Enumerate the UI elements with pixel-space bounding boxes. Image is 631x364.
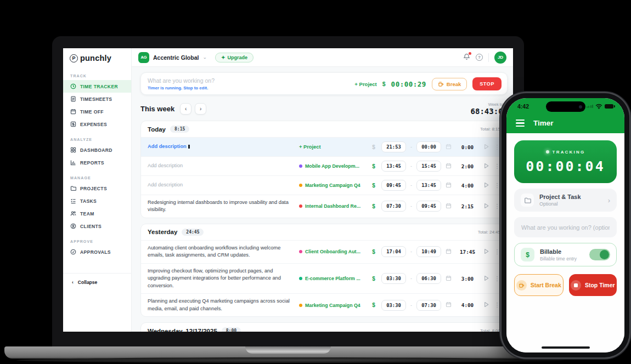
billable-icon[interactable]: $	[370, 276, 377, 282]
billable-icon[interactable]: $	[370, 203, 377, 209]
end-time-input[interactable]: 15:45	[416, 161, 441, 172]
entry-project[interactable]: Marketing Campaign Q4	[299, 183, 366, 188]
entry-description[interactable]: Improving checkout flow, optimizing prod…	[148, 268, 295, 289]
row-menu-button[interactable]: ⋮	[494, 144, 500, 151]
entry-description[interactable]: Redesigning internal dashboards to impro…	[148, 199, 295, 214]
play-button[interactable]	[483, 203, 489, 210]
sidebar-item-team[interactable]: TEAM	[63, 207, 131, 220]
help-button[interactable]: ?	[476, 54, 483, 61]
end-time-input[interactable]: 09:45	[416, 201, 441, 212]
play-button[interactable]	[483, 163, 489, 170]
timer-description-input[interactable]	[148, 77, 349, 84]
project-name: Mobile App Developm...	[305, 163, 359, 169]
user-avatar[interactable]: JD	[494, 52, 506, 64]
row-menu-button[interactable]: ⋮	[494, 203, 500, 210]
logo[interactable]: P punchly	[63, 48, 131, 67]
calendar-button[interactable]	[446, 248, 452, 255]
grid-icon	[70, 147, 76, 153]
sidebar-item-clients[interactable]: CLIENTS	[63, 220, 131, 232]
sidebar-item-expenses[interactable]: EXPENSES	[63, 118, 131, 130]
entry-project[interactable]: Internal Dashboard Re...	[299, 203, 366, 209]
timer-elapsed: 00:00:29	[391, 80, 426, 88]
stop-icon	[571, 280, 581, 291]
entry-description[interactable]: Add description	[148, 181, 295, 189]
sidebar-item-reports[interactable]: REPORTS	[63, 156, 131, 169]
entry-project[interactable]: Mobile App Developm...	[299, 163, 366, 169]
billable-toggle[interactable]: $	[382, 81, 386, 87]
entry-description[interactable]: Planning and executing Q4 marketing camp…	[148, 298, 295, 312]
time-entry-row[interactable]: Add description Mobile App Developm... $…	[141, 156, 507, 175]
calendar-button[interactable]	[446, 144, 452, 151]
time-entry-row[interactable]: Planning and executing Q4 marketing camp…	[141, 293, 507, 316]
row-menu-button[interactable]: ⋮	[494, 275, 500, 282]
sidebar-item-approvals[interactable]: APPROVALS	[63, 246, 131, 258]
end-time-input[interactable]: 06:30	[416, 273, 441, 284]
sidebar-item-timesheets[interactable]: TIMESHEETS	[63, 93, 131, 105]
chevron-down-icon[interactable]: ⌄	[202, 55, 207, 60]
entry-project[interactable]: Client Onboarding Aut...	[299, 249, 366, 254]
sidebar-collapse-button[interactable]: ‹ Collapse	[63, 273, 131, 291]
start-time-input[interactable]: 17:04	[381, 246, 406, 257]
end-time-input[interactable]: 07:30	[416, 300, 441, 311]
project-task-selector[interactable]: Project & Task Optional ›	[514, 189, 617, 212]
time-entry-row[interactable]: Redesigning internal dashboards to impro…	[141, 195, 507, 218]
play-button[interactable]	[483, 182, 489, 189]
billable-icon[interactable]: $	[370, 249, 377, 255]
entry-project[interactable]: Marketing Campaign Q4	[299, 303, 366, 308]
start-time-input[interactable]: 03:30	[381, 300, 406, 311]
notifications-button[interactable]	[463, 53, 470, 61]
sidebar-item-projects[interactable]: PROJECTS	[63, 182, 131, 195]
calendar-button[interactable]	[446, 302, 452, 309]
workspace-name[interactable]: Accentric Global	[153, 54, 199, 61]
start-time-input[interactable]: 09:45	[381, 180, 406, 191]
calendar-button[interactable]	[446, 203, 452, 210]
play-button[interactable]	[483, 275, 489, 282]
sidebar-item-dashboard[interactable]: DASHBOARD	[63, 144, 131, 156]
sidebar-item-tasks[interactable]: TASKS	[63, 195, 131, 207]
start-time-input[interactable]: 13:45	[381, 161, 406, 172]
row-menu-button[interactable]: ⋮	[494, 302, 500, 309]
play-button[interactable]	[483, 248, 489, 255]
time-entry-row[interactable]: Add description Marketing Campaign Q4 $ …	[141, 175, 507, 195]
billable-icon[interactable]: $	[370, 144, 377, 150]
calendar-button[interactable]	[446, 182, 452, 189]
row-menu-button[interactable]: ⋮	[494, 248, 500, 255]
end-time-input[interactable]: 13:45	[416, 180, 441, 191]
time-entry-row[interactable]: Add description + Project $ 21:53 - 00:0…	[141, 137, 507, 156]
time-entry-row[interactable]: Automating client onboarding workflows i…	[141, 240, 507, 263]
sidebar-item-label: TIME OFF	[80, 109, 104, 115]
menu-icon[interactable]	[516, 120, 525, 127]
time-entry-row[interactable]: Improving checkout flow, optimizing prod…	[141, 263, 507, 293]
start-time-input[interactable]: 07:30	[381, 201, 406, 212]
entry-description[interactable]: Automating client onboarding workflows i…	[148, 244, 295, 259]
play-button[interactable]	[483, 302, 489, 309]
next-week-button[interactable]: ›	[195, 103, 206, 115]
upgrade-button[interactable]: ✦ Upgrade	[215, 53, 253, 62]
play-button[interactable]	[483, 144, 489, 151]
entry-project-picker[interactable]: + Project	[299, 144, 366, 150]
stop-timer-button[interactable]: Stop Timer	[569, 274, 617, 296]
start-break-button[interactable]: Start Break	[514, 274, 564, 296]
calendar-button[interactable]	[446, 275, 452, 282]
start-time-input[interactable]: 21:53	[381, 141, 406, 152]
home-indicator[interactable]	[542, 346, 590, 349]
calendar-button[interactable]	[446, 163, 452, 170]
break-button[interactable]: Break	[432, 78, 467, 90]
phone-description-input[interactable]	[514, 217, 617, 237]
end-time-input[interactable]: 00:00	[416, 141, 441, 152]
billable-toggle[interactable]	[589, 249, 610, 260]
entry-description[interactable]: Add description	[148, 162, 295, 169]
entry-project[interactable]: E-commerce Platform ...	[299, 276, 366, 281]
row-menu-button[interactable]: ⋮	[494, 182, 500, 189]
add-project-button[interactable]: + Project	[354, 81, 376, 87]
start-time-input[interactable]: 03:30	[381, 273, 406, 284]
billable-icon[interactable]: $	[370, 163, 377, 169]
stop-button[interactable]: STOP	[472, 77, 502, 90]
billable-icon[interactable]: $	[370, 183, 377, 189]
end-time-input[interactable]: 10:49	[416, 246, 441, 257]
sidebar-item-time-tracker[interactable]: TIME TRACKER	[63, 80, 131, 93]
prev-week-button[interactable]: ‹	[180, 103, 191, 115]
sidebar-item-time-off[interactable]: TIME OFF	[63, 105, 131, 118]
entry-description[interactable]: Add description	[148, 143, 295, 150]
billable-icon[interactable]: $	[370, 302, 377, 308]
